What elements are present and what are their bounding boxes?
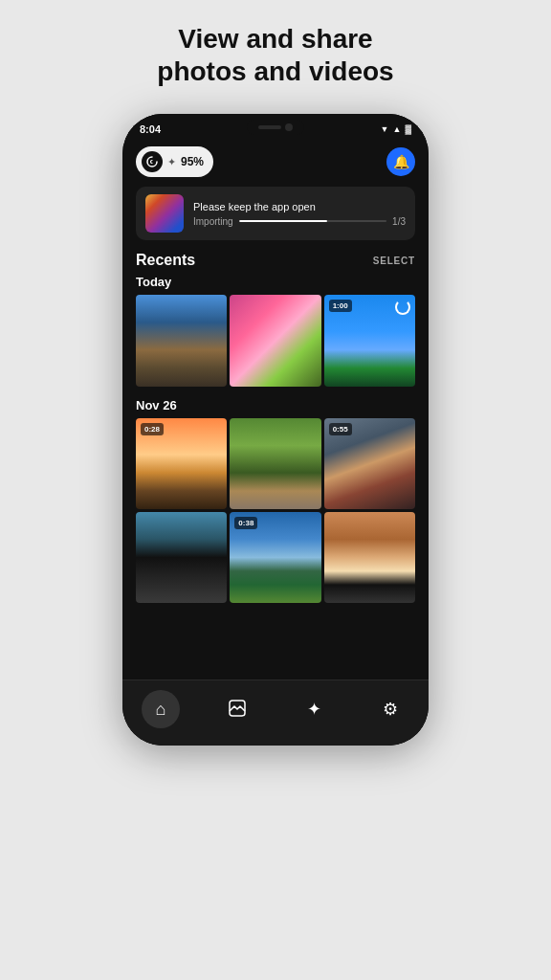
nav-settings[interactable]: ⚙ bbox=[371, 690, 409, 728]
media-icon bbox=[228, 699, 247, 721]
import-info: Please keep the app open Importing 1/3 bbox=[193, 201, 406, 227]
video-duration-balloon: 0:28 bbox=[141, 423, 164, 435]
import-label: Importing bbox=[193, 216, 233, 227]
battery-pill[interactable]: ✦ 95% bbox=[136, 146, 213, 177]
wifi-icon: ▼ bbox=[381, 124, 389, 134]
recents-header: Recents SELECT bbox=[136, 252, 415, 269]
status-icons: ▼ ▲ ▓ bbox=[381, 124, 411, 134]
import-row: Importing 1/3 bbox=[193, 216, 406, 227]
header-row: ✦ 95% 🔔 bbox=[136, 146, 415, 177]
phone-frame: 8:04 ▼ ▲ ▓ bbox=[122, 114, 429, 746]
import-thumbnail bbox=[145, 194, 184, 233]
import-title: Please keep the app open bbox=[193, 201, 406, 212]
import-progress-fill bbox=[239, 220, 328, 222]
battery-icon: ▓ bbox=[405, 124, 411, 134]
bottom-nav: ⌂ ✦ ⚙ bbox=[122, 679, 429, 746]
today-grid: 1:00 bbox=[136, 295, 415, 386]
nav-magic[interactable]: ✦ bbox=[295, 690, 333, 728]
video-building[interactable]: 0:55 bbox=[324, 418, 415, 509]
photo-piano[interactable] bbox=[136, 512, 227, 603]
gopro-logo bbox=[142, 151, 163, 172]
import-banner[interactable]: Please keep the app open Importing 1/3 bbox=[136, 187, 415, 240]
nav-home[interactable]: ⌂ bbox=[142, 690, 180, 728]
video-duration-mountain: 0:38 bbox=[234, 517, 257, 529]
battery-percent: 95% bbox=[181, 155, 204, 168]
status-time: 8:04 bbox=[140, 123, 161, 135]
photo-beach[interactable] bbox=[136, 295, 227, 386]
screen-content: ✦ 95% 🔔 Please keep the app open Importi… bbox=[122, 139, 429, 679]
nov26-label: Nov 26 bbox=[136, 398, 415, 412]
video-balloon[interactable]: 0:28 bbox=[136, 418, 227, 509]
import-progress-bar bbox=[239, 220, 386, 222]
nov26-grid: 0:28 0:55 0:38 bbox=[136, 418, 415, 604]
signal-icon: ▲ bbox=[393, 124, 402, 134]
nav-media[interactable] bbox=[218, 690, 256, 728]
photo-dog[interactable] bbox=[324, 512, 415, 603]
notch bbox=[247, 120, 304, 135]
select-button[interactable]: SELECT bbox=[373, 256, 415, 266]
home-icon: ⌂ bbox=[156, 700, 166, 720]
status-bar: 8:04 ▼ ▲ ▓ bbox=[122, 114, 429, 139]
speaker bbox=[258, 125, 281, 129]
phone-screen: 8:04 ▼ ▲ ▓ bbox=[122, 114, 429, 746]
photo-flowers[interactable] bbox=[230, 295, 320, 386]
video-sky[interactable]: 1:00 bbox=[324, 295, 415, 386]
page-title: View and share photos and videos bbox=[157, 23, 393, 87]
bell-icon: 🔔 bbox=[393, 154, 409, 169]
magic-icon: ✦ bbox=[307, 699, 321, 720]
photo-couple[interactable] bbox=[230, 418, 320, 509]
recents-title: Recents bbox=[136, 252, 195, 269]
bluetooth-icon: ✦ bbox=[167, 156, 176, 168]
notification-bell[interactable]: 🔔 bbox=[386, 147, 415, 176]
camera bbox=[285, 123, 293, 131]
video-duration-building: 0:55 bbox=[329, 423, 352, 435]
settings-icon: ⚙ bbox=[383, 699, 398, 720]
video-mountain[interactable]: 0:38 bbox=[230, 512, 320, 603]
today-label: Today bbox=[136, 275, 415, 289]
import-count: 1/3 bbox=[392, 216, 406, 227]
video-duration-sky: 1:00 bbox=[329, 300, 352, 312]
